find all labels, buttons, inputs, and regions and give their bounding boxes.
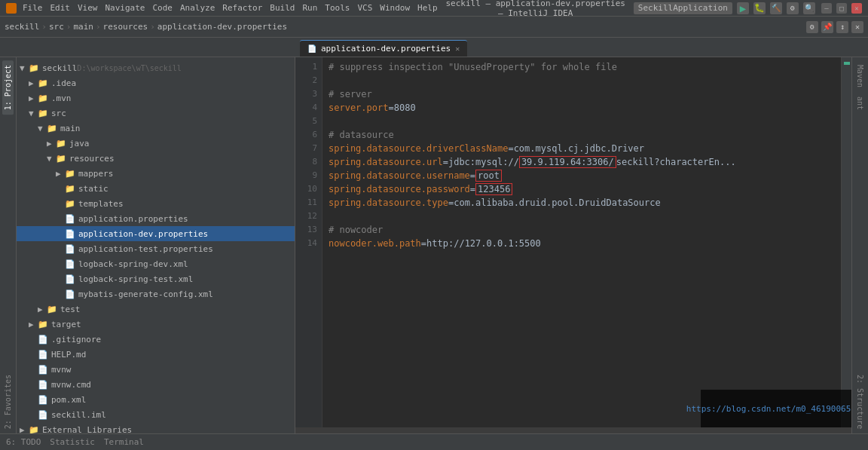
breadcrumb-part-2[interactable]: main [73,22,93,32]
build-button[interactable]: 🔨 [770,2,782,14]
maximize-button[interactable]: □ [836,3,847,14]
tree-item-label: mvnw [51,365,72,375]
status-bar: 6: TODO Statistic Terminal [0,433,868,450]
code-line: spring.datasource.password=123456 [329,182,835,196]
debug-button[interactable]: 🐛 [753,2,766,14]
breadcrumb-part-1[interactable]: src [49,22,64,32]
menu-bar[interactable]: FileEditViewNavigateCodeAnalyzeRefactorB… [23,3,438,13]
tree-item[interactable]: ▶📁test [17,302,295,317]
tree-arrow: ▶ [20,425,29,434]
search-button[interactable]: 🔍 [803,2,815,14]
expand-icon[interactable]: ↕ [836,21,848,33]
menu-vcs[interactable]: VCS [357,3,372,13]
menu-view[interactable]: View [78,3,98,13]
line-numbers: 1234567891011121314 [295,57,322,427]
settings-toolbar-icon[interactable]: ⚙ [806,21,818,33]
tree-item[interactable]: 📁templates [17,196,295,211]
line-number: 12 [295,210,317,223]
menu-navigate[interactable]: Navigate [105,3,145,13]
structure-tab-button[interactable]: 2: Structure [854,370,866,433]
todo-status[interactable]: 6: TODO [6,437,41,447]
menu-analyze[interactable]: Analyze [180,3,215,13]
tree-item[interactable]: 📄mvnw [17,362,295,377]
tree-item[interactable]: 📄application-dev.properties [17,226,295,241]
tree-item[interactable]: 📄application.properties [17,211,295,226]
tree-item-label: resources [69,154,115,164]
menu-run[interactable]: Run [302,3,317,13]
tree-arrow: ▼ [47,154,56,164]
project-tree[interactable]: ▼📁seckill D:\workspace\wT\seckill▶📁.idea… [17,57,295,433]
breadcrumb-part-3[interactable]: resources [103,22,148,32]
tree-item[interactable]: ▶📁External Libraries [17,422,295,433]
maven-tab-button[interactable]: Maven [854,60,866,92]
menu-refactor[interactable]: Refactor [222,3,262,13]
tree-item[interactable]: ▼📁resources [17,151,295,166]
ant-tab-button[interactable]: ant [854,92,866,115]
tree-item-label: logback-spring-test.xml [78,274,193,284]
tree-item[interactable]: 📄mvnw.cmd [17,377,295,392]
code-editor[interactable]: # suppress inspection "UnusedProperty" f… [322,57,841,427]
tree-item[interactable]: 📄pom.xml [17,392,295,407]
tab-active[interactable]: 📄 application-dev.properties ✕ [300,40,467,57]
breadcrumb-separator: › [96,22,101,32]
tree-item[interactable]: 📄logback-spring-dev.xml [17,256,295,271]
tree-item[interactable]: 📄seckill.iml [17,407,295,422]
tree-item[interactable]: 📄logback-spring-test.xml [17,271,295,286]
tree-item[interactable]: ▶📁.idea [17,75,295,90]
watermark-overlay: https://blog.csdn.net/m0_46190065371 [701,390,851,427]
menu-window[interactable]: Window [380,3,410,13]
tree-item[interactable]: ▼📁src [17,106,295,121]
close-button[interactable]: ✕ [851,3,862,14]
terminal-status[interactable]: Terminal [104,437,144,447]
tree-item[interactable]: 📄HELP.md [17,347,295,362]
tree-item[interactable]: 📄mybatis-generate-config.xml [17,286,295,302]
breadcrumb-part-0[interactable]: seckill [5,22,39,32]
tree-item-icon: 📄 [38,410,48,420]
code-line: spring.datasource.url=jdbc:mysql://39.9.… [329,155,835,169]
tab-bar: 📄 application-dev.properties ✕ [0,38,868,57]
project-tab-button[interactable]: 1: Project [2,60,14,115]
tree-item-label: .mvn [51,93,72,103]
statistic-status[interactable]: Statistic [50,437,95,447]
watermark-url: https://blog.csdn.net/m0_46190065371 [686,404,851,414]
tree-item-label: External Libraries [42,425,132,434]
close-panel-icon[interactable]: ✕ [851,21,863,33]
pin-icon[interactable]: 📌 [821,21,833,33]
horizontal-scrollbar[interactable] [295,427,851,433]
breadcrumb[interactable]: seckill › src › main › resources › appli… [5,22,287,32]
tree-item[interactable]: ▶📁mappers [17,166,295,181]
tree-item[interactable]: ▼📁main [17,121,295,136]
statistic-label: Statistic [50,437,95,447]
tree-item-icon: 📄 [38,365,48,375]
menu-file[interactable]: File [23,3,43,13]
line-number: 4 [295,101,317,115]
tree-item[interactable]: ▼📁seckill D:\workspace\wT\seckill [17,60,295,75]
window-controls[interactable]: – □ ✕ [821,3,862,14]
favorites-tab-button[interactable]: 2: Favorites [2,370,14,433]
menu-help[interactable]: Help [417,3,438,13]
tree-arrow: ▶ [29,320,38,329]
tree-item[interactable]: 📄.gitignore [17,332,295,347]
line-number: 9 [295,169,317,182]
breadcrumb-part-4[interactable]: application-dev.properties [157,22,287,32]
menu-build[interactable]: Build [270,3,295,13]
settings-button[interactable]: ⚙ [787,2,799,14]
line-number: 5 [295,115,317,128]
right-gutter [841,57,851,427]
tree-item-icon: 📁 [56,139,66,148]
tree-item[interactable]: 📁static [17,181,295,196]
run-config[interactable]: SeckillApplication [634,2,732,14]
tree-item[interactable]: ▶📁.mvn [17,90,295,106]
tab-close-icon[interactable]: ✕ [455,44,460,53]
menu-edit[interactable]: Edit [50,3,71,13]
menu-code[interactable]: Code [152,3,173,13]
code-line: # datasource [329,128,835,142]
menu-tools[interactable]: Tools [325,3,350,13]
minimize-button[interactable]: – [821,3,832,14]
title-bar: FileEditViewNavigateCodeAnalyzeRefactorB… [0,0,868,17]
line-number: 6 [295,128,317,142]
tree-item[interactable]: ▶📁target [17,317,295,332]
tree-item[interactable]: ▶📁java [17,136,295,151]
tree-item[interactable]: 📄application-test.properties [17,241,295,256]
run-button[interactable]: ▶ [737,2,749,14]
